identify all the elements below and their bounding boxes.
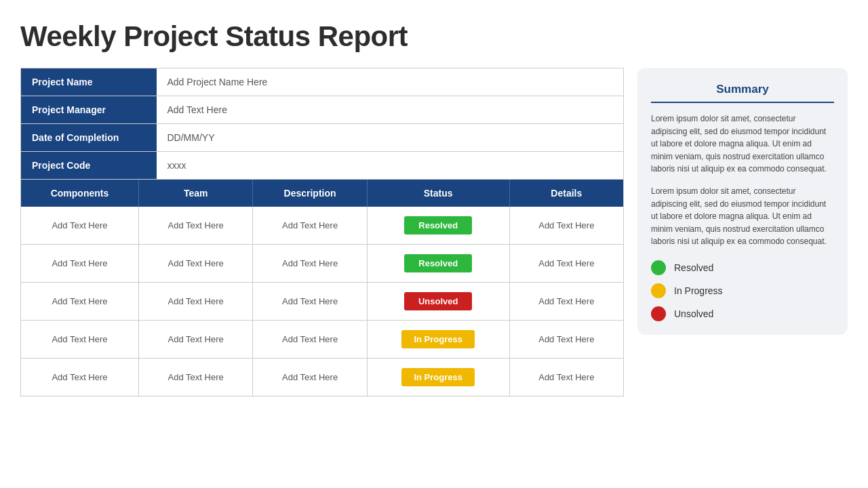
summary-title: Summary (651, 83, 834, 103)
column-header: Components (21, 180, 139, 207)
team-cell: Add Text Here (138, 321, 252, 359)
legend-item: In Progress (651, 283, 834, 298)
info-table: Project Name Add Project Name Here Proje… (20, 68, 624, 180)
team-cell: Add Text Here (138, 359, 252, 396)
info-row: Date of Completion DD/MM/YY (21, 124, 624, 152)
left-panel: Project Name Add Project Name Here Proje… (20, 68, 624, 396)
description-cell: Add Text Here (253, 283, 367, 321)
description-cell: Add Text Here (253, 321, 367, 359)
legend-dot (651, 283, 666, 298)
status-badge: Resolved (404, 216, 472, 235)
column-header: Team (138, 180, 252, 207)
info-row: Project Manager Add Text Here (21, 96, 624, 124)
component-cell: Add Text Here (21, 359, 139, 396)
legend-item: Unsolved (651, 306, 834, 321)
info-label: Project Manager (21, 96, 157, 124)
info-row: Project Name Add Project Name Here (21, 68, 624, 96)
table-row: Add Text Here Add Text Here Add Text Her… (21, 359, 624, 396)
status-cell: Resolved (367, 245, 509, 283)
description-cell: Add Text Here (253, 207, 367, 245)
column-header: Status (367, 180, 509, 207)
column-header: Details (509, 180, 623, 207)
components-table: ComponentsTeamDescriptionStatusDetails A… (20, 180, 624, 396)
component-cell: Add Text Here (21, 245, 139, 283)
details-cell: Add Text Here (509, 283, 623, 321)
legend-dot (651, 260, 666, 275)
status-badge: In Progress (401, 330, 475, 348)
status-cell: In Progress (367, 359, 509, 396)
legend-item: Resolved (651, 260, 834, 275)
info-label: Project Name (21, 68, 157, 96)
details-cell: Add Text Here (509, 321, 623, 359)
info-value: Add Project Name Here (157, 68, 624, 96)
info-value: xxxx (157, 152, 624, 180)
description-cell: Add Text Here (253, 359, 367, 396)
info-value: Add Text Here (157, 96, 624, 124)
team-cell: Add Text Here (138, 283, 252, 321)
details-cell: Add Text Here (509, 245, 623, 283)
info-value: DD/MM/YY (157, 124, 624, 152)
component-cell: Add Text Here (21, 207, 139, 245)
table-row: Add Text Here Add Text Here Add Text Her… (21, 207, 624, 245)
team-cell: Add Text Here (138, 245, 252, 283)
status-badge: In Progress (401, 368, 475, 386)
summary-panel: Summary Lorem ipsum dolor sit amet, cons… (637, 68, 848, 335)
team-cell: Add Text Here (138, 207, 252, 245)
status-badge: Resolved (404, 254, 472, 272)
legend-label: Unsolved (674, 308, 713, 319)
details-cell: Add Text Here (509, 359, 623, 396)
info-label: Project Code (21, 152, 157, 180)
info-label: Date of Completion (21, 124, 157, 152)
main-layout: Project Name Add Project Name Here Proje… (20, 68, 848, 396)
legend-dot (651, 306, 666, 321)
table-row: Add Text Here Add Text Here Add Text Her… (21, 245, 624, 283)
legend-label: In Progress (674, 285, 723, 296)
component-cell: Add Text Here (21, 283, 139, 321)
table-row: Add Text Here Add Text Here Add Text Her… (21, 283, 624, 321)
table-row: Add Text Here Add Text Here Add Text Her… (21, 321, 624, 359)
status-cell: Resolved (367, 207, 509, 245)
description-cell: Add Text Here (253, 245, 367, 283)
details-cell: Add Text Here (509, 207, 623, 245)
status-cell: Unsolved (367, 283, 509, 321)
status-cell: In Progress (367, 321, 509, 359)
status-badge: Unsolved (404, 292, 472, 310)
legend: Resolved In Progress Unsolved (651, 260, 834, 321)
column-header: Description (253, 180, 367, 207)
component-cell: Add Text Here (21, 321, 139, 359)
summary-paragraph-1: Lorem ipsum dolor sit amet, consectetur … (651, 113, 834, 176)
summary-paragraph-2: Lorem ipsum dolor sit amet, consectetur … (651, 185, 834, 248)
info-row: Project Code xxxx (21, 152, 624, 180)
page-title: Weekly Project Status Report (20, 20, 848, 53)
legend-label: Resolved (674, 262, 713, 273)
